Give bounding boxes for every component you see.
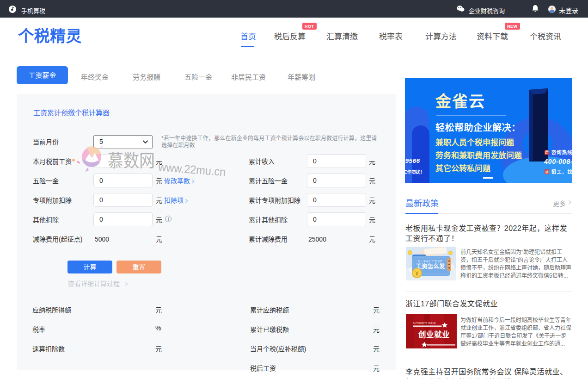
svg-text:金雀云: 金雀云 bbox=[435, 93, 485, 110]
svg-text:工资怎么发: 工资怎么发 bbox=[416, 263, 445, 270]
svg-text:400-008-: 400-008- bbox=[544, 158, 572, 165]
svg-text:禁: 禁 bbox=[545, 170, 549, 174]
svg-text:工作勿扰！: 工作勿扰！ bbox=[405, 169, 425, 174]
svg-text:咨询热线: 咨询热线 bbox=[551, 149, 573, 155]
svg-text:招工、找工: 招工、找工 bbox=[551, 169, 572, 174]
svg-text:其它公转私问题: 其它公转私问题 bbox=[435, 164, 491, 173]
svg-text:9566: 9566 bbox=[405, 157, 420, 164]
svg-text:创业就业: 创业就业 bbox=[418, 330, 450, 339]
svg-text:劳务和兼职费用发放问题: 劳务和兼职费用发放问题 bbox=[435, 151, 522, 160]
svg-text:每一笔帐汇了算清楚: 每一笔帐汇了算清楚 bbox=[418, 260, 443, 263]
svg-text:AUTHORITY ISSUE: AUTHORITY ISSUE bbox=[413, 322, 436, 324]
svg-text:轻松帮助企业解决：: 轻松帮助企业解决： bbox=[435, 122, 521, 133]
svg-text:兼职人员个税申报问题: 兼职人员个税申报问题 bbox=[435, 138, 514, 147]
